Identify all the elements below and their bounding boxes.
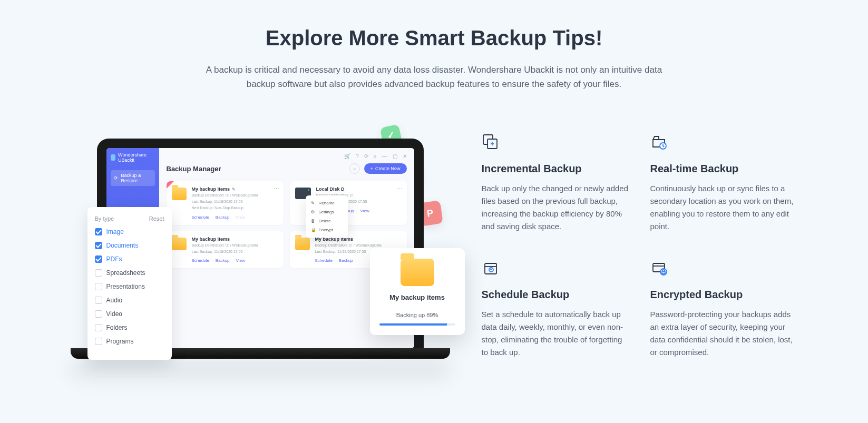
ctx-label: Rename: [319, 201, 335, 205]
lock-icon: 🔒: [311, 228, 316, 232]
filter-item-label: Presentations: [106, 283, 145, 290]
backup-link[interactable]: Backup: [216, 215, 230, 220]
context-menu: ✎Rename ⚙Settings 🗑Delete 🔒Encrypt: [306, 195, 348, 238]
view-link[interactable]: View: [236, 215, 245, 220]
encrypted-icon: [650, 259, 668, 277]
realtime-icon: [650, 133, 668, 151]
section-title: Backup Manager: [167, 165, 221, 173]
nav-label: Backup & Restore: [121, 173, 152, 183]
card-last-backup: Last Backup: 11/18/2020 17:50: [192, 199, 278, 204]
help-icon[interactable]: ?: [356, 153, 359, 159]
logo-icon: [111, 154, 116, 161]
menu-icon[interactable]: ≡: [374, 153, 377, 159]
card-title: My backup items: [192, 237, 230, 242]
ctx-label: Settings: [319, 210, 334, 214]
close-icon[interactable]: ✕: [403, 153, 407, 159]
filter-item-pdfs[interactable]: PDFs: [95, 255, 164, 263]
filter-item-spreadsheets[interactable]: Spreadsheets: [95, 269, 164, 277]
checkbox-icon: [95, 242, 102, 249]
filter-item-presentations[interactable]: Presentations: [95, 283, 164, 290]
app-logo: Wondershare UBackit: [111, 152, 155, 163]
card-dest: Backup Destination: D: / WSBackupData: [192, 243, 278, 248]
feature-desc: Set a schedule to automatically back up …: [482, 308, 629, 359]
trash-icon: 🗑: [311, 219, 316, 223]
filter-item-video[interactable]: Video: [95, 310, 164, 318]
more-icon[interactable]: ⋯: [397, 185, 403, 192]
schedule-icon: [482, 259, 500, 277]
filter-label: By type: [95, 215, 114, 222]
feature-schedule: Schedule Backup Set a schedule to automa…: [482, 259, 629, 359]
edit-icon[interactable]: ✎: [232, 187, 236, 192]
filter-item-folders[interactable]: Folders: [95, 324, 164, 331]
schedule-link[interactable]: Schedule: [192, 258, 209, 263]
checkbox-icon: [95, 297, 102, 304]
checkbox-icon: [95, 228, 102, 235]
create-new-button[interactable]: +Create New: [364, 163, 407, 174]
view-link[interactable]: View: [236, 258, 245, 263]
feature-title: Real-time Backup: [650, 163, 798, 175]
backup-link[interactable]: Backup: [339, 258, 353, 263]
schedule-link[interactable]: Schedule: [315, 258, 333, 263]
backup-link[interactable]: Backup: [216, 258, 230, 263]
filter-item-documents[interactable]: Documents: [95, 242, 164, 249]
filter-item-audio[interactable]: Audio: [95, 297, 164, 304]
ctx-encrypt[interactable]: 🔒Encrypt: [306, 225, 348, 234]
features-grid: Incremental Backup Back up only the chan…: [482, 133, 798, 359]
folder-icon: [172, 238, 187, 250]
folder-icon: [172, 188, 187, 200]
page-subtitle: A backup is critical and necessary to av…: [192, 63, 677, 91]
backup-icon: ⟳: [114, 175, 118, 181]
gear-icon: ⚙: [311, 210, 316, 214]
incremental-icon: [482, 133, 500, 151]
backup-card[interactable]: My backup items Backup Destination: D: /…: [167, 231, 284, 269]
filter-item-label: Audio: [106, 297, 123, 304]
checkbox-icon: [95, 255, 102, 263]
folder-icon: [401, 259, 434, 286]
page-title: Explore More Smart Backup Tips!: [192, 26, 677, 50]
checkbox-icon: [95, 338, 102, 345]
ctx-label: Encrypt: [319, 228, 333, 232]
folder-icon: [295, 238, 310, 250]
checkbox-icon: [95, 283, 102, 290]
filter-reset[interactable]: Reset: [149, 215, 164, 222]
checkbox-icon: [95, 269, 102, 277]
filter-item-label: Image: [106, 228, 124, 235]
filter-item-image[interactable]: Image: [95, 228, 164, 235]
schedule-link[interactable]: Schedule: [192, 215, 209, 220]
checkbox-icon: [95, 310, 102, 318]
ctx-settings[interactable]: ⚙Settings: [306, 208, 348, 217]
popup-title: My backup items: [379, 293, 455, 301]
feature-title: Incremental Backup: [482, 163, 629, 175]
window-controls: 🛒 ? ⟳ ≡ — ▢ ✕: [167, 153, 407, 159]
feature-title: Encrypted Backup: [650, 289, 798, 301]
filter-item-label: Programs: [106, 338, 134, 345]
popup-status: Backing up 89%: [379, 312, 455, 318]
ctx-rename[interactable]: ✎Rename: [306, 199, 348, 208]
plus-icon: +: [370, 166, 373, 171]
feature-desc: Continuously back up or sync files to a …: [650, 182, 798, 233]
nav-backup-restore[interactable]: ⟳ Backup & Restore: [111, 170, 155, 186]
progress-fill: [379, 323, 447, 326]
cart-icon[interactable]: 🛒: [344, 153, 350, 159]
card-title: Local Disk D: [316, 186, 345, 192]
product-screenshot: ✓ ♪ P Wondershare UBackit ⟳ Backup & Res…: [71, 139, 450, 359]
feature-desc: Back up only the changed or newly added …: [482, 182, 629, 233]
more-icon[interactable]: ⋯: [274, 185, 279, 192]
search-button[interactable]: ⌕: [349, 163, 360, 174]
maximize-icon[interactable]: ▢: [393, 153, 397, 159]
backup-progress-popup: My backup items Backing up 89%: [370, 248, 465, 335]
ctx-delete[interactable]: 🗑Delete: [306, 217, 348, 225]
backup-card[interactable]: My backup items✎ Backup Destination: D: …: [167, 181, 284, 224]
checkbox-icon: [95, 324, 102, 331]
refresh-icon[interactable]: ⟳: [364, 153, 368, 159]
feature-incremental: Incremental Backup Back up only the chan…: [482, 133, 629, 233]
filter-item-label: Spreadsheets: [106, 269, 145, 277]
minimize-icon[interactable]: —: [382, 153, 387, 159]
feature-encrypted: Encrypted Backup Password-protecting you…: [650, 259, 798, 359]
view-link[interactable]: View: [360, 209, 369, 213]
progress-bar: [379, 323, 455, 326]
ctx-label: Delete: [319, 219, 331, 223]
filter-item-programs[interactable]: Programs: [95, 338, 164, 345]
card-title: My backup items: [192, 186, 230, 192]
card-next-backup: Next Backup: Non-Stop Backup: [192, 205, 278, 211]
